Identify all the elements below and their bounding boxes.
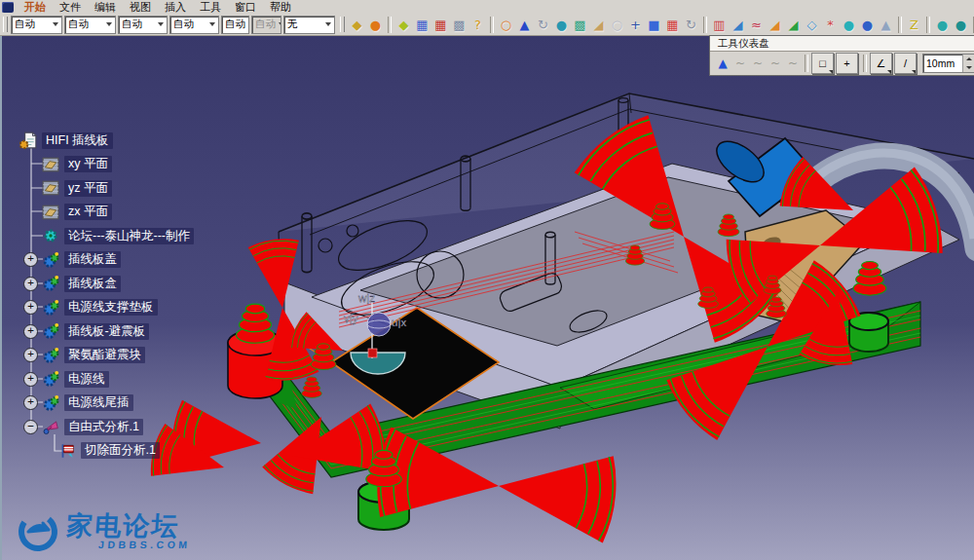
menu-item-4[interactable]: 视图 bbox=[123, 0, 158, 14]
graphic-combo-1[interactable]: 自动 bbox=[11, 16, 62, 34]
update-icon[interactable]: ○ bbox=[497, 16, 515, 34]
menu-item-1[interactable]: 开始 bbox=[18, 0, 53, 14]
tree-icon-part[interactable] bbox=[42, 299, 59, 317]
tree-item-12[interactable]: +电源线尾插 bbox=[23, 392, 133, 414]
tree-item-label[interactable]: 插线板-避震板 bbox=[64, 323, 149, 340]
design-table-icon[interactable]: ▦ bbox=[413, 16, 431, 34]
length-value[interactable]: 10mm bbox=[923, 57, 962, 69]
axis-system-icon[interactable]: + bbox=[626, 16, 645, 34]
tree-item-7[interactable]: +插线板盒 bbox=[23, 273, 121, 294]
menu-item-2[interactable]: 文件 bbox=[53, 0, 88, 14]
graphic-combo-4[interactable]: 自动 bbox=[169, 16, 219, 34]
tree-icon-part[interactable] bbox=[42, 275, 59, 292]
paper-fold-icon[interactable]: ◢ bbox=[589, 16, 608, 34]
measure-comb-icon[interactable]: / bbox=[894, 53, 917, 74]
expand-icon[interactable]: + bbox=[23, 252, 38, 267]
surface-green-icon[interactable]: ◢ bbox=[784, 16, 803, 34]
toolbar-handle[interactable] bbox=[3, 17, 8, 32]
tree-icon-gear[interactable] bbox=[42, 227, 59, 244]
tool-dashboard-title[interactable]: 工具仪表盘 bbox=[710, 36, 974, 52]
tree-item-label[interactable]: 论坛---泰山神龙---制作 bbox=[64, 228, 194, 244]
expand-icon[interactable]: + bbox=[23, 372, 38, 387]
spray-analysis-icon[interactable]: * bbox=[821, 16, 840, 34]
tree-icon-root[interactable] bbox=[19, 131, 37, 149]
manikin-icon[interactable]: Z bbox=[905, 16, 923, 34]
expand-icon[interactable]: + bbox=[23, 277, 38, 291]
expand-icon[interactable]: + bbox=[23, 348, 38, 362]
tree-item-4[interactable]: zx 平面 bbox=[23, 202, 112, 223]
tree-item-label[interactable]: yz 平面 bbox=[64, 180, 112, 197]
plane-tools-icon[interactable]: ◇ bbox=[803, 16, 821, 34]
catalog-icon[interactable]: ◆ bbox=[394, 16, 413, 34]
pointer-light-icon[interactable]: ▲ bbox=[877, 16, 895, 34]
tree-icon-part[interactable] bbox=[42, 370, 59, 388]
menu-item-7[interactable]: 窗口 bbox=[228, 0, 263, 14]
tree-item-label[interactable]: 插线板盖 bbox=[64, 251, 121, 268]
tree-icon-part[interactable] bbox=[42, 322, 59, 340]
insert-mode-icon[interactable]: + bbox=[836, 53, 858, 74]
tree-item-label[interactable]: 自由式分析.1 bbox=[64, 419, 143, 435]
toolbar-handle[interactable] bbox=[340, 17, 345, 32]
mesh-cube-icon[interactable]: ▦ bbox=[663, 16, 682, 34]
tree-icon-plane[interactable] bbox=[42, 156, 59, 173]
tree-icon-analysis[interactable] bbox=[42, 418, 59, 435]
spiral-curve-icon[interactable]: ↻ bbox=[534, 16, 552, 34]
auto-update-icon[interactable]: ▲ bbox=[714, 55, 731, 72]
tree-item-11[interactable]: +电源线 bbox=[23, 368, 109, 390]
menu-item-5[interactable]: 插入 bbox=[158, 0, 193, 14]
expand-icon[interactable]: + bbox=[23, 395, 38, 410]
dial-precision-icon[interactable]: ∠ bbox=[870, 53, 892, 74]
graphic-combo-3[interactable]: 自动 bbox=[118, 16, 168, 34]
expand-icon[interactable]: + bbox=[23, 324, 38, 339]
tree-item-label[interactable]: 插线板盒 bbox=[64, 276, 121, 292]
length-spin-buttons[interactable] bbox=[962, 55, 974, 72]
tree-item-6[interactable]: +插线板盖 bbox=[23, 249, 121, 271]
graphic-combo-7[interactable]: 无 bbox=[283, 16, 335, 34]
help-doc-icon[interactable]: ? bbox=[468, 16, 487, 34]
tree-item-2[interactable]: xy 平面 bbox=[23, 154, 112, 175]
tree-item-label[interactable]: zx 平面 bbox=[64, 204, 112, 220]
surfaces-stack-icon[interactable]: ▩ bbox=[571, 16, 589, 34]
tree-icon-cut[interactable] bbox=[58, 442, 76, 460]
tree-icon-part[interactable] bbox=[42, 394, 59, 412]
delete-table-icon[interactable]: ▦ bbox=[431, 16, 450, 34]
paint-brush-icon[interactable]: ◆ bbox=[348, 16, 366, 34]
tree-item-label[interactable]: 电源线 bbox=[64, 371, 109, 388]
length-spinner[interactable]: 10mm bbox=[922, 54, 974, 73]
collapse-icon[interactable]: − bbox=[23, 420, 38, 434]
graphic-combo-5[interactable]: 自动 bbox=[221, 16, 249, 34]
expand-icon[interactable]: + bbox=[23, 300, 38, 315]
sketch-tracer-icon[interactable]: ▩ bbox=[450, 16, 468, 34]
surface-orange-icon[interactable]: ◢ bbox=[766, 16, 784, 34]
tree-item-3[interactable]: yz 平面 bbox=[23, 177, 112, 199]
pour-in-icon[interactable]: ● bbox=[952, 16, 970, 34]
mask-blue-icon[interactable]: ● bbox=[858, 16, 877, 34]
tree-item-label[interactable]: 聚氨酯避震块 bbox=[64, 347, 145, 363]
menu-item-3[interactable]: 编辑 bbox=[88, 0, 123, 14]
tree-item-label[interactable]: 切除面分析.1 bbox=[81, 442, 160, 459]
menu-item-8[interactable]: 帮助 bbox=[263, 0, 298, 14]
pour-out-icon[interactable]: ● bbox=[933, 16, 952, 34]
area-analysis-icon[interactable]: ◢ bbox=[729, 16, 747, 34]
power-copy-icon[interactable]: ● bbox=[366, 16, 385, 34]
curvature-histogram-icon[interactable]: ▥ bbox=[710, 16, 729, 34]
plane-mode-icon[interactable]: □ bbox=[811, 53, 834, 74]
isolate-cube-icon[interactable]: ■ bbox=[645, 16, 663, 34]
tree-item-label[interactable]: 电源线尾插 bbox=[64, 394, 133, 411]
search-icon[interactable]: ○ bbox=[608, 16, 626, 34]
tree-item-label[interactable]: 电源线支撑垫板 bbox=[64, 299, 158, 316]
graphic-combo-2[interactable]: 自动 bbox=[64, 16, 116, 34]
tree-icon-part[interactable] bbox=[42, 251, 59, 269]
tree-item-1[interactable]: HIFI 插线板 bbox=[19, 130, 113, 151]
tree-icon-part[interactable] bbox=[42, 347, 59, 364]
exit-workbench-icon[interactable]: ▲ bbox=[515, 16, 534, 34]
tree-item-label[interactable]: xy 平面 bbox=[64, 156, 112, 172]
wave-analysis-icon[interactable]: ≈ bbox=[747, 16, 766, 34]
menu-item-6[interactable]: 工具 bbox=[193, 0, 228, 14]
tree-item-14[interactable]: 切除面分析.1 bbox=[58, 440, 160, 462]
tree-icon-plane[interactable] bbox=[42, 204, 59, 221]
tree-item-9[interactable]: +插线板-避震板 bbox=[23, 320, 149, 342]
tree-item-8[interactable]: +电源线支撑垫板 bbox=[23, 297, 158, 318]
mask-teal-icon[interactable]: ● bbox=[840, 16, 858, 34]
tree-item-13[interactable]: −自由式分析.1 bbox=[23, 416, 143, 437]
